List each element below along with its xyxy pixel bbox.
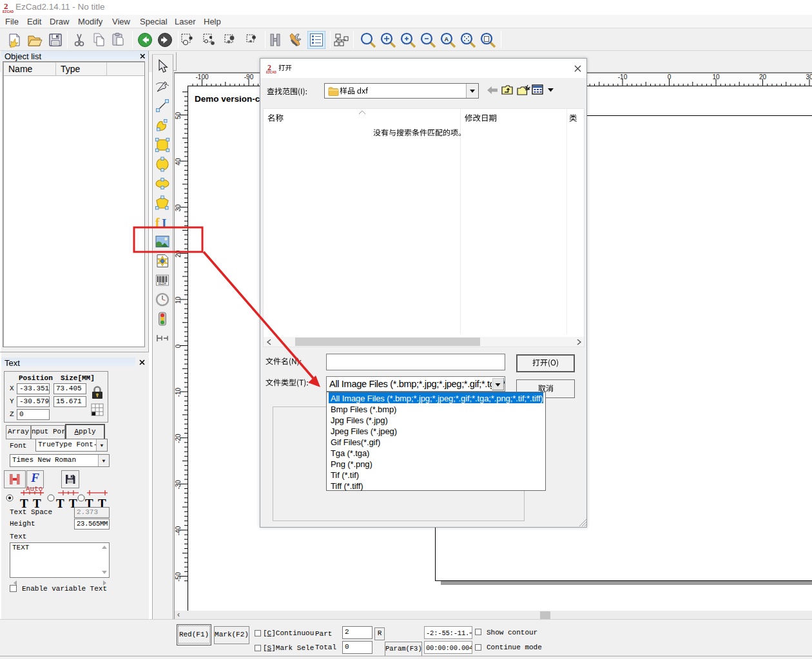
svg-text:EZCAD: EZCAD xyxy=(3,10,14,14)
svg-text:40: 40 xyxy=(175,158,182,166)
svg-text:20: 20 xyxy=(175,250,182,258)
svg-text:-100: -100 xyxy=(195,73,208,81)
svg-text:30: 30 xyxy=(806,73,812,81)
svg-text:01234: 01234 xyxy=(159,282,166,285)
svg-text:30: 30 xyxy=(175,204,182,212)
svg-text:EZCAD: EZCAD xyxy=(266,71,276,74)
svg-text:T: T xyxy=(20,497,28,509)
svg-text:-90: -90 xyxy=(244,73,254,81)
svg-text:0: 0 xyxy=(668,73,672,81)
svg-text:10: 10 xyxy=(712,73,720,81)
svg-text:-10: -10 xyxy=(175,387,182,397)
svg-text:f: f xyxy=(155,216,160,230)
svg-text:I: I xyxy=(162,216,166,230)
svg-text:-10: -10 xyxy=(618,73,628,81)
svg-text:-30: -30 xyxy=(175,480,182,490)
svg-text:T: T xyxy=(33,497,41,509)
svg-text:20: 20 xyxy=(759,73,767,81)
svg-text:50: 50 xyxy=(175,112,182,120)
svg-text:10: 10 xyxy=(175,296,182,304)
svg-text:-40: -40 xyxy=(175,526,182,535)
svg-text:-50: -50 xyxy=(175,572,182,582)
svg-text:0: 0 xyxy=(175,344,182,348)
svg-text:T: T xyxy=(56,497,64,509)
svg-text:-20: -20 xyxy=(175,434,182,443)
svg-text:A: A xyxy=(445,36,449,43)
